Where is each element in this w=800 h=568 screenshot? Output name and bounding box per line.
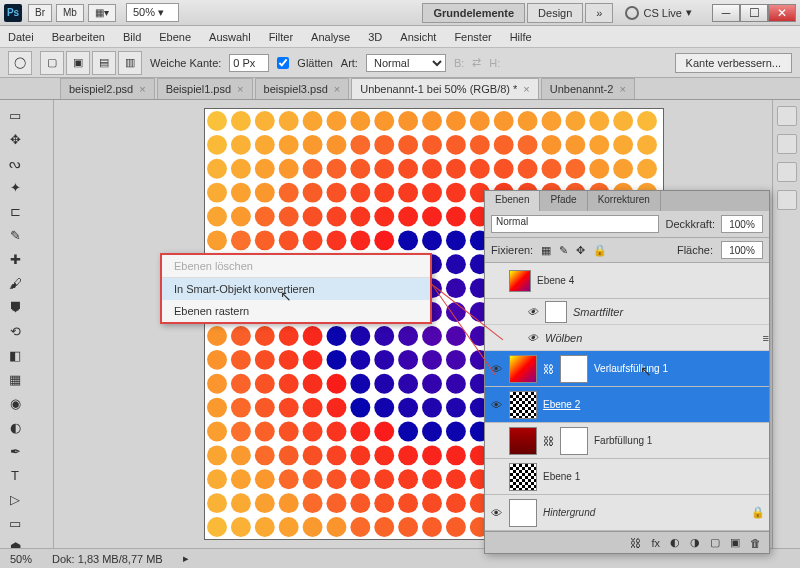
menu-hilfe[interactable]: Hilfe — [510, 31, 532, 43]
workspace-more[interactable]: » — [585, 3, 613, 23]
history-tool[interactable]: ⟲ — [4, 320, 26, 342]
shape-tool[interactable]: ▭ — [4, 512, 26, 534]
layer-thumb[interactable] — [509, 355, 537, 383]
menu-ansicht[interactable]: Ansicht — [400, 31, 436, 43]
brush-tool[interactable]: 🖌 — [4, 272, 26, 294]
mask-thumb[interactable] — [560, 427, 588, 455]
tab-beispiel1[interactable]: Beispiel1.psd× — [157, 78, 253, 99]
type-tool[interactable]: T — [4, 464, 26, 486]
menu-filter[interactable]: Filter — [269, 31, 293, 43]
filter-options-icon[interactable]: ≡ — [763, 332, 769, 344]
smartfilter-row[interactable]: 👁Smartfilter — [485, 299, 769, 325]
link-icon[interactable]: ⛓ — [543, 435, 554, 447]
status-zoom[interactable]: 50% — [10, 553, 32, 565]
group-icon[interactable]: ▢ — [710, 536, 720, 549]
path-tool[interactable]: ▷ — [4, 488, 26, 510]
workspace-grundelemente[interactable]: Grundelemente — [422, 3, 525, 23]
chevron-right-icon[interactable]: ▸ — [183, 552, 189, 565]
menu-datei[interactable]: Datei — [8, 31, 34, 43]
tab-pfade[interactable]: Pfade — [540, 191, 587, 211]
crop-tool[interactable]: ⊏ — [4, 200, 26, 222]
mask-icon[interactable]: ◐ — [670, 536, 680, 549]
cm-convert-smartobject[interactable]: In Smart-Objekt konvertieren — [162, 278, 430, 300]
new-layer-icon[interactable]: ▣ — [730, 536, 740, 549]
cm-rasterize[interactable]: Ebenen rastern — [162, 300, 430, 322]
layer-row[interactable]: ⛓Farbfüllung 1 — [485, 423, 769, 459]
layer-row[interactable]: 👁Hintergrund🔒 — [485, 495, 769, 531]
lasso-tool[interactable]: ᔓ — [4, 152, 26, 174]
layout-button[interactable]: ▦▾ — [88, 4, 116, 22]
visibility-icon[interactable]: 👁 — [525, 305, 539, 319]
gradient-tool[interactable]: ▦ — [4, 368, 26, 390]
lock-all-icon[interactable]: 🔒 — [593, 244, 607, 257]
panel-icon[interactable] — [777, 106, 797, 126]
visibility-icon[interactable]: 👁 — [489, 506, 503, 520]
menu-auswahl[interactable]: Auswahl — [209, 31, 251, 43]
stamp-tool[interactable]: ⛊ — [4, 296, 26, 318]
wand-tool[interactable]: ✦ — [4, 176, 26, 198]
fill-input[interactable] — [721, 241, 763, 259]
lock-move-icon[interactable]: ✥ — [576, 244, 585, 257]
link-icon[interactable]: ⛓ — [543, 363, 554, 375]
close-icon[interactable]: × — [334, 83, 340, 95]
layer-row[interactable]: 👁⛓Verlaufsfüllung 1 — [485, 351, 769, 387]
mask-thumb[interactable] — [560, 355, 588, 383]
tab-unbenannt1[interactable]: Unbenannt-1 bei 50% (RGB/8) *× — [351, 78, 539, 99]
pen-tool[interactable]: ✒ — [4, 440, 26, 462]
close-button[interactable]: ✕ — [768, 4, 796, 22]
eyedropper-tool[interactable]: ✎ — [4, 224, 26, 246]
minibridge-button[interactable]: Mb — [56, 4, 84, 22]
bridge-button[interactable]: Br — [28, 4, 52, 22]
workspace-design[interactable]: Design — [527, 3, 583, 23]
marquee-tool[interactable]: ▭ — [4, 104, 26, 126]
antialias-checkbox[interactable] — [277, 57, 289, 69]
close-icon[interactable]: × — [619, 83, 625, 95]
blur-tool[interactable]: ◉ — [4, 392, 26, 414]
close-icon[interactable]: × — [139, 83, 145, 95]
dodge-tool[interactable]: ◐ — [4, 416, 26, 438]
link-layers-icon[interactable]: ⛓ — [630, 537, 641, 549]
menu-fenster[interactable]: Fenster — [454, 31, 491, 43]
menu-bild[interactable]: Bild — [123, 31, 141, 43]
cslive-button[interactable]: CS Live ▾ — [615, 3, 702, 23]
visibility-icon[interactable]: 👁 — [489, 398, 503, 412]
close-icon[interactable]: × — [237, 83, 243, 95]
eraser-tool[interactable]: ◧ — [4, 344, 26, 366]
filter-row[interactable]: 👁Wölben≡ — [485, 325, 769, 351]
visibility-icon[interactable] — [489, 274, 503, 288]
lock-transparent-icon[interactable]: ▦ — [541, 244, 551, 257]
layer-row[interactable]: 👁Ebene 2 — [485, 387, 769, 423]
panel-icon[interactable] — [777, 190, 797, 210]
move-tool[interactable]: ✥ — [4, 128, 26, 150]
layer-thumb[interactable] — [509, 463, 537, 491]
layer-thumb[interactable] — [509, 391, 537, 419]
menu-analyse[interactable]: Analyse — [311, 31, 350, 43]
minimize-button[interactable]: ─ — [712, 4, 740, 22]
tab-korrekturen[interactable]: Korrekturen — [588, 191, 661, 211]
opacity-input[interactable] — [721, 215, 763, 233]
menu-ebene[interactable]: Ebene — [159, 31, 191, 43]
layer-thumb[interactable] — [509, 499, 537, 527]
layer-row[interactable]: Ebene 4 — [485, 263, 769, 299]
tab-beispiel3[interactable]: beispiel3.psd× — [255, 78, 350, 99]
sel-sub-icon[interactable]: ▤ — [92, 51, 116, 75]
layer-thumb[interactable] — [509, 427, 537, 455]
refine-edge-button[interactable]: Kante verbessern... — [675, 53, 792, 73]
layer-thumb[interactable] — [545, 301, 567, 323]
status-doc[interactable]: Dok: 1,83 MB/8,77 MB — [52, 553, 163, 565]
lock-brush-icon[interactable]: ✎ — [559, 244, 568, 257]
zoom-dropdown[interactable]: 50% ▾ — [126, 3, 179, 22]
panel-icon[interactable] — [777, 134, 797, 154]
tab-ebenen[interactable]: Ebenen — [485, 191, 540, 211]
fx-icon[interactable]: fx — [651, 537, 660, 549]
menu-3d[interactable]: 3D — [368, 31, 382, 43]
blend-mode-dropdown[interactable]: Normal — [491, 215, 659, 233]
feather-input[interactable] — [229, 54, 269, 72]
sel-int-icon[interactable]: ▥ — [118, 51, 142, 75]
maximize-button[interactable]: ☐ — [740, 4, 768, 22]
panel-icon[interactable] — [777, 162, 797, 182]
heal-tool[interactable]: ✚ — [4, 248, 26, 270]
tab-unbenannt2[interactable]: Unbenannt-2× — [541, 78, 635, 99]
sel-new-icon[interactable]: ▢ — [40, 51, 64, 75]
tab-beispiel2[interactable]: beispiel2.psd× — [60, 78, 155, 99]
